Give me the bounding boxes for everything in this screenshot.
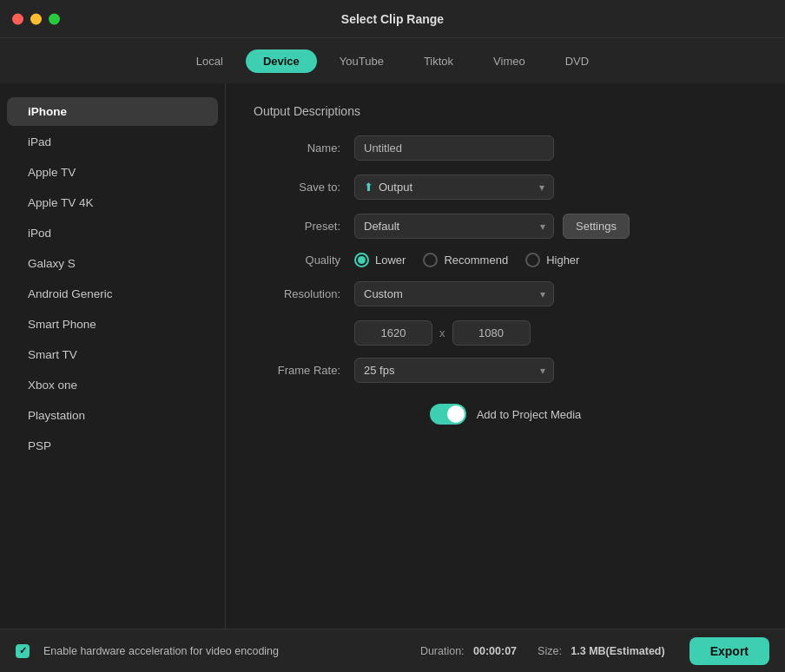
tab-local[interactable]: Local [179, 49, 241, 73]
duration-value: 00:00:07 [473, 645, 517, 657]
tabbar: Local Device YouTube Tiktok Vimeo DVD [0, 38, 785, 83]
sidebar-item-android-generic[interactable]: Android Generic [7, 280, 218, 308]
duration-label: Duration: [420, 645, 465, 657]
quality-higher[interactable]: Higher [525, 253, 579, 267]
quality-lower-label: Lower [375, 254, 406, 267]
radio-higher-circle [525, 253, 540, 267]
sidebar-item-galaxy-s[interactable]: Galaxy S [7, 249, 218, 278]
tab-tiktok[interactable]: Tiktok [406, 49, 471, 73]
sidebar-item-psp[interactable]: PSP [7, 432, 218, 460]
tab-youtube[interactable]: YouTube [322, 49, 401, 73]
sidebar-item-apple-tv-4k[interactable]: Apple TV 4K [7, 188, 218, 217]
size-info: Size: 1.3 MB(Estimated) [538, 645, 665, 657]
add-to-project-toggle[interactable] [430, 404, 466, 425]
resolution-select[interactable]: Custom 1920x1080 1280x720 [354, 281, 554, 306]
settings-button[interactable]: Settings [563, 214, 630, 239]
resolution-height-input[interactable] [452, 320, 531, 346]
resolution-x-separator: x [439, 326, 445, 339]
preset-row: Preset: Default High Quality Low Quality… [254, 214, 757, 239]
sidebar-item-ipod[interactable]: iPod [7, 219, 218, 247]
hw-acceleration-label: Enable hardware acceleration for video e… [43, 645, 406, 657]
preset-select[interactable]: Default High Quality Low Quality [354, 214, 554, 239]
titlebar: Select Clip Range [0, 0, 785, 38]
resolution-inputs-row: x [354, 320, 757, 346]
bottom-meta: Duration: 00:00:07 Size: 1.3 MB(Estimate… [420, 645, 665, 657]
quality-radio-group: Lower Recommend Higher [354, 253, 579, 267]
preset-label: Preset: [254, 220, 340, 233]
size-value: 1.3 MB(Estimated) [571, 645, 664, 657]
saveto-row: Save to: ⬆ Output ▾ [254, 175, 757, 200]
size-label: Size: [538, 645, 562, 657]
upload-icon: ⬆ [364, 181, 373, 194]
main-content: iPhone iPad Apple TV Apple TV 4K iPod Ga… [0, 83, 785, 629]
resolution-row: Resolution: Custom 1920x1080 1280x720 [254, 281, 757, 306]
quality-higher-label: Higher [546, 254, 579, 267]
name-label: Name: [254, 142, 340, 155]
output-section-title: Output Descriptions [254, 104, 757, 118]
tab-device[interactable]: Device [246, 49, 317, 73]
close-button[interactable] [12, 13, 23, 24]
toggle-knob [447, 405, 465, 423]
sidebar-item-xbox-one[interactable]: Xbox one [7, 371, 218, 399]
quality-label: Quality [254, 254, 340, 267]
hw-acceleration-checkbox[interactable] [16, 644, 30, 658]
sidebar-item-smart-phone[interactable]: Smart Phone [7, 310, 218, 339]
device-sidebar: iPhone iPad Apple TV Apple TV 4K iPod Ga… [0, 83, 226, 629]
resolution-select-wrapper: Custom 1920x1080 1280x720 [354, 281, 554, 306]
minimize-button[interactable] [30, 13, 42, 24]
sidebar-item-apple-tv[interactable]: Apple TV [7, 158, 218, 187]
tab-vimeo[interactable]: Vimeo [476, 49, 543, 73]
sidebar-item-iphone[interactable]: iPhone [7, 97, 218, 126]
quality-row: Quality Lower Recommend Higher [254, 253, 757, 267]
saveto-value: Output [379, 181, 527, 194]
radio-lower-circle [354, 253, 369, 267]
radio-recommend-circle [423, 253, 438, 267]
sidebar-item-smart-tv[interactable]: Smart TV [7, 340, 218, 369]
output-panel: Output Descriptions Name: Save to: ⬆ Out… [226, 83, 785, 629]
export-button[interactable]: Export [689, 637, 769, 665]
sidebar-item-playstation[interactable]: Playstation [7, 401, 218, 430]
toggle-label: Add to Project Media [477, 408, 582, 421]
name-input[interactable] [354, 135, 554, 161]
saveto-label: Save to: [254, 181, 340, 194]
quality-recommend[interactable]: Recommend [423, 253, 508, 267]
window-title: Select Clip Range [341, 12, 444, 26]
bottombar: Enable hardware acceleration for video e… [0, 629, 785, 672]
chevron-down-icon: ▾ [539, 181, 544, 194]
resolution-width-input[interactable] [354, 320, 432, 346]
duration-info: Duration: 00:00:07 [420, 645, 517, 657]
sidebar-item-ipad[interactable]: iPad [7, 128, 218, 156]
framerate-select[interactable]: 25 fps 30 fps 60 fps [354, 358, 554, 383]
quality-lower[interactable]: Lower [354, 253, 406, 267]
quality-recommend-label: Recommend [444, 254, 508, 267]
framerate-select-wrapper: 25 fps 30 fps 60 fps [354, 358, 554, 383]
name-row: Name: [254, 135, 757, 161]
toggle-row: Add to Project Media [254, 404, 757, 425]
traffic-lights [12, 13, 60, 24]
preset-select-wrapper: Default High Quality Low Quality [354, 214, 554, 239]
maximize-button[interactable] [49, 13, 60, 24]
resolution-label: Resolution: [254, 287, 340, 300]
framerate-row: Frame Rate: 25 fps 30 fps 60 fps [254, 358, 757, 383]
tab-dvd[interactable]: DVD [548, 49, 606, 73]
framerate-label: Frame Rate: [254, 364, 340, 377]
saveto-select[interactable]: ⬆ Output ▾ [354, 175, 554, 200]
